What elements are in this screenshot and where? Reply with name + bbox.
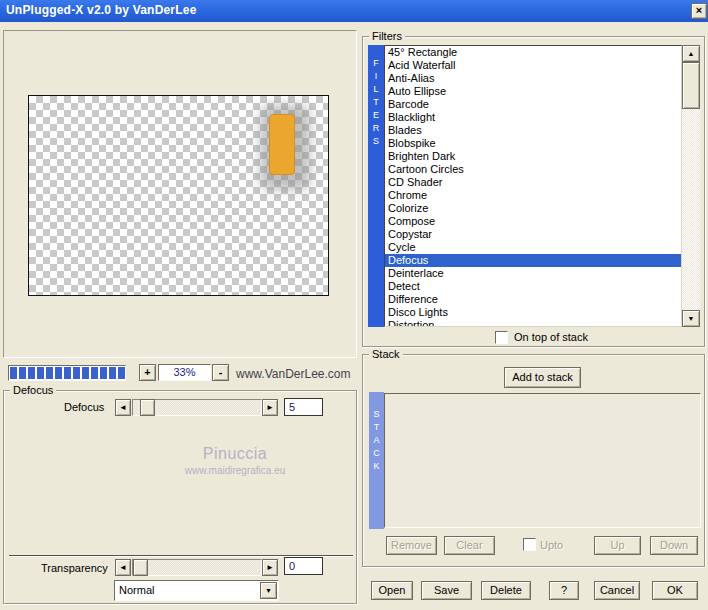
- filter-item[interactable]: Compose: [385, 215, 681, 228]
- orange-shape: [269, 114, 295, 175]
- filter-item[interactable]: Defocus: [385, 254, 681, 267]
- stack-vertical-strip: STACK: [369, 392, 384, 529]
- on-top-of-stack-label: On top of stack: [514, 331, 588, 343]
- filter-item[interactable]: Barcode: [385, 98, 681, 111]
- watermark-site: www.maidiregrafica.eu: [135, 465, 335, 476]
- filter-item[interactable]: Acid Waterfall: [385, 59, 681, 72]
- defocus-slider-track[interactable]: [132, 399, 262, 416]
- progress-fill: [10, 367, 125, 379]
- upto-label: Upto: [540, 539, 563, 551]
- triangle-down-icon: ▼: [688, 315, 695, 322]
- defocus-slider-left-button[interactable]: ◄: [115, 399, 131, 416]
- left-arrow-icon: ◄: [119, 403, 127, 412]
- defocus-group-label: Defocus: [10, 384, 56, 396]
- on-top-of-stack-checkbox[interactable]: [495, 331, 508, 344]
- stack-list[interactable]: [384, 393, 701, 528]
- down-button[interactable]: Down: [650, 536, 698, 555]
- filters-group-label: Filters: [369, 30, 405, 42]
- defocus-slider-label: Defocus: [64, 401, 104, 413]
- filters-list: 45° RectangleAcid WaterfallAnti-AliasAut…: [384, 45, 682, 327]
- filter-item[interactable]: Difference: [385, 293, 681, 306]
- filter-item[interactable]: Cartoon Circles: [385, 163, 681, 176]
- clear-button[interactable]: Clear: [444, 536, 495, 555]
- add-to-stack-button[interactable]: Add to stack: [504, 367, 581, 388]
- filter-item[interactable]: Auto Ellipse: [385, 85, 681, 98]
- close-icon: ×: [696, 4, 702, 16]
- triangle-up-icon: ▲: [688, 50, 695, 57]
- filter-item[interactable]: Blobspike: [385, 137, 681, 150]
- defocus-slider-thumb[interactable]: [140, 399, 155, 416]
- progress-bar: [8, 365, 126, 381]
- scroll-up-button[interactable]: ▲: [682, 45, 700, 62]
- filter-item[interactable]: Colorize: [385, 202, 681, 215]
- stack-group-label: Stack: [369, 348, 403, 360]
- filters-vertical-strip: FILTERS: [368, 45, 384, 327]
- filter-item[interactable]: Blades: [385, 124, 681, 137]
- help-button[interactable]: ?: [549, 581, 579, 600]
- filter-item[interactable]: Distortion: [385, 319, 681, 327]
- defocus-group: Defocus Defocus ◄ ► 5 Pinuccia www.maidi…: [3, 390, 357, 604]
- transparency-slider-left-button[interactable]: ◄: [115, 559, 131, 576]
- window-title: UnPlugged-X v2.0 by VanDerLee: [6, 3, 197, 17]
- filters-scrollbar[interactable]: ▲ ▼: [682, 45, 700, 327]
- left-arrow-icon: ◄: [119, 563, 127, 572]
- filter-item[interactable]: Detect: [385, 280, 681, 293]
- stack-group: Stack Add to stack STACK Remove Clear Up…: [362, 354, 705, 567]
- blend-mode-value: Normal: [119, 584, 154, 596]
- filter-item[interactable]: Blacklight: [385, 111, 681, 124]
- filter-item[interactable]: Deinterlace: [385, 267, 681, 280]
- right-arrow-icon: ►: [266, 563, 274, 572]
- save-button[interactable]: Save: [421, 581, 472, 600]
- right-arrow-icon: ►: [266, 403, 274, 412]
- filters-group: Filters FILTERS 45° RectangleAcid Waterf…: [362, 36, 705, 347]
- transparency-slider-right-button[interactable]: ►: [262, 559, 278, 576]
- delete-button[interactable]: Delete: [481, 581, 531, 600]
- remove-button[interactable]: Remove: [386, 536, 437, 555]
- dropdown-arrow-button[interactable]: ▼: [260, 582, 277, 599]
- close-button[interactable]: ×: [691, 3, 707, 19]
- zoom-level-field[interactable]: 33%: [158, 364, 211, 381]
- titlebar: UnPlugged-X v2.0 by VanDerLee ×: [0, 0, 708, 22]
- filter-item[interactable]: Copystar: [385, 228, 681, 241]
- zoom-out-button[interactable]: -: [212, 364, 229, 381]
- transparency-slider-thumb[interactable]: [133, 559, 148, 576]
- upto-checkbox[interactable]: [523, 538, 536, 551]
- chevron-down-icon: ▼: [265, 587, 272, 594]
- dialog-window: UnPlugged-X v2.0 by VanDerLee × + 33% - …: [0, 0, 708, 610]
- blend-mode-dropdown[interactable]: Normal ▼: [114, 580, 279, 601]
- preview-panel: [3, 30, 357, 358]
- transparency-slider-label: Transparency: [41, 562, 108, 574]
- filter-item[interactable]: CD Shader: [385, 176, 681, 189]
- filter-item[interactable]: Disco Lights: [385, 306, 681, 319]
- up-button[interactable]: Up: [594, 536, 641, 555]
- cancel-button[interactable]: Cancel: [594, 581, 640, 600]
- scroll-down-button[interactable]: ▼: [682, 310, 700, 327]
- open-button[interactable]: Open: [371, 581, 413, 600]
- filter-item[interactable]: 45° Rectangle: [385, 46, 681, 59]
- preview-image[interactable]: [28, 95, 329, 296]
- ok-button[interactable]: OK: [652, 581, 698, 600]
- filter-item[interactable]: Cycle: [385, 241, 681, 254]
- watermark-name: Pinuccia: [135, 445, 335, 463]
- filter-item[interactable]: Chrome: [385, 189, 681, 202]
- transparency-slider-track[interactable]: [132, 559, 262, 576]
- vanderlee-site-text: www.VanDerLee.com: [236, 367, 351, 381]
- filter-item[interactable]: Anti-Alias: [385, 72, 681, 85]
- filter-item[interactable]: Brighten Dark: [385, 150, 681, 163]
- transparency-value-field[interactable]: 0: [284, 557, 323, 575]
- defocus-value-field[interactable]: 5: [284, 398, 323, 416]
- defocus-slider-right-button[interactable]: ►: [262, 399, 278, 416]
- scrollbar-thumb[interactable]: [682, 62, 700, 109]
- zoom-in-button[interactable]: +: [139, 364, 156, 381]
